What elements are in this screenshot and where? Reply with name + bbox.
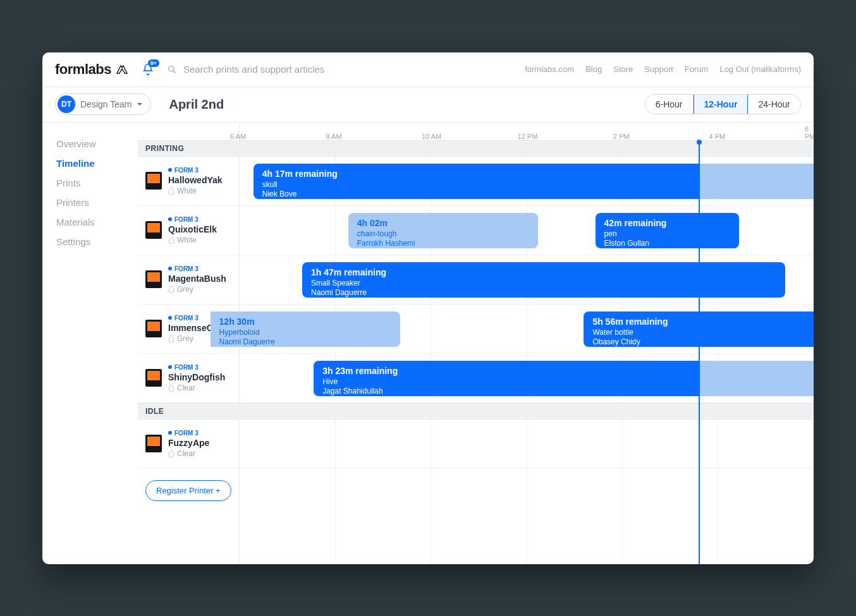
printer-lane: 1h 47m remaining Small Speaker Naomi Dag… [239, 255, 814, 304]
topbar-link[interactable]: formlabs.com [525, 64, 574, 74]
time-tick: 12 PM [518, 133, 538, 140]
printer-icon [145, 435, 162, 452]
print-block[interactable]: 42m remaining pen Elston Gullan [596, 213, 739, 248]
printer-meta: FORM 3 MagentaBush Grey [168, 265, 226, 294]
hour-range-button[interactable]: 6-Hour [645, 95, 694, 114]
register-printer-button[interactable]: Register Printer + [145, 480, 231, 501]
print-block-title: 3h 23m remaining [322, 366, 690, 376]
logo-text: formlabs [55, 61, 111, 78]
printer-meta: FORM 3 QuixoticElk White [168, 216, 217, 245]
printer-row[interactable]: FORM 3 ShinyDogfish Clear 3h 23m remaini… [138, 354, 814, 403]
status-dot-icon [168, 365, 172, 369]
svg-line-1 [173, 71, 175, 73]
topbar-link[interactable]: Blog [585, 64, 602, 74]
print-block[interactable] [699, 164, 814, 199]
hour-range-button[interactable]: 12-Hour [694, 95, 749, 114]
print-block[interactable]: 1h 47m remaining Small Speaker Naomi Dag… [302, 262, 785, 298]
droplet-icon [168, 384, 174, 392]
printer-lane: 4h 17m remaining skull Niek Bove [239, 157, 814, 205]
printer-material: White [168, 236, 217, 245]
main: OverviewTimelinePrintsPrintersMaterialsS… [42, 123, 814, 564]
printer-cell: FORM 3 HallowedYak White [138, 157, 239, 205]
droplet-icon [168, 187, 174, 195]
printer-meta: FORM 3 HallowedYak White [168, 167, 223, 195]
topbar-link[interactable]: Log Out (malikaforms) [719, 64, 801, 74]
print-block[interactable]: 3h 23m remaining Hive Jagat Shahidullah [314, 361, 699, 396]
printer-name: ShinyDogfish [168, 372, 225, 382]
notification-count: 9+ [148, 59, 159, 68]
print-block[interactable] [699, 361, 814, 396]
team-name: Design Team [80, 99, 131, 109]
print-block[interactable]: 12h 30m Hyperboloid Naomi Daguerre [211, 311, 400, 347]
droplet-icon [168, 450, 174, 457]
printer-icon [145, 221, 162, 239]
sidebar-item-timeline[interactable]: Timeline [56, 154, 137, 173]
sidebar-item-printers[interactable]: Printers [56, 193, 137, 212]
sidebar-item-materials[interactable]: Materials [56, 212, 137, 232]
printer-name: HallowedYak [168, 175, 223, 185]
topbar-link[interactable]: Forum [685, 64, 709, 74]
print-block-file: chain-tough [357, 229, 529, 239]
print-block-title: 4h 17m remaining [262, 169, 690, 179]
print-block-title: 5h 56m remaining [592, 317, 814, 327]
printer-model: FORM 3 [168, 430, 209, 437]
droplet-icon [168, 286, 174, 293]
search-input[interactable] [183, 64, 360, 75]
sidebar-item-prints[interactable]: Prints [56, 173, 137, 193]
sidebar-item-overview[interactable]: Overview [56, 134, 137, 154]
register-row: Register Printer + [138, 469, 814, 513]
printer-icon [145, 172, 162, 190]
print-block-file: Small Speaker [311, 279, 776, 289]
print-block-file: skull [262, 180, 690, 190]
topbar: formlabs 9+ formlabs.comBlogStoreSupport… [42, 52, 814, 87]
printer-row[interactable]: FORM 3 FuzzyApe Clear [138, 420, 814, 469]
printer-cell: FORM 3 MagentaBush Grey [138, 255, 239, 304]
print-block-title: 1h 47m remaining [311, 267, 776, 277]
printer-model: FORM 3 [168, 167, 223, 174]
printer-row[interactable]: FORM 3 HallowedYak White 4h 17m remainin… [138, 157, 814, 206]
printer-meta: FORM 3 ShinyDogfish Clear [168, 364, 225, 392]
print-block-user: Elston Gullan [604, 239, 730, 248]
printer-icon [145, 369, 162, 387]
print-block-user: Farrokh Hashemi [357, 239, 529, 248]
sidebar: OverviewTimelinePrintsPrintersMaterialsS… [42, 123, 137, 564]
status-dot-icon [168, 316, 172, 320]
printer-row[interactable]: FORM 3 QuixoticElk White 4h 02m chain-to… [138, 206, 814, 255]
notification-bell[interactable]: 9+ [140, 62, 156, 77]
timeline-rows: PRINTING FORM 3 HallowedYak White 4h 17m… [138, 140, 814, 564]
printer-icon [145, 320, 162, 337]
printer-model: FORM 3 [168, 364, 225, 371]
printer-lane: 3h 23m remaining Hive Jagat Shahidullah [239, 354, 814, 402]
printer-lane: 12h 30m Hyperboloid Naomi Daguerre 5h 56… [239, 305, 814, 353]
topbar-links: formlabs.comBlogStoreSupportForumLog Out… [525, 64, 801, 74]
printer-icon [145, 270, 162, 288]
topbar-link[interactable]: Support [644, 64, 673, 74]
printer-row[interactable]: FORM 3 ImmenseCalf Grey 12h 30m Hyperbol… [138, 305, 814, 354]
sidebar-item-settings[interactable]: Settings [56, 232, 137, 251]
search-wrap [167, 64, 513, 75]
print-block-user: Naomi Daguerre [311, 288, 776, 297]
status-dot-icon [168, 431, 172, 435]
app-window: formlabs 9+ formlabs.comBlogStoreSupport… [42, 52, 814, 564]
print-block-file: Hive [322, 377, 690, 387]
printer-material: Clear [168, 383, 225, 392]
hour-range-button[interactable]: 24-Hour [748, 95, 800, 114]
printer-cell: FORM 3 FuzzyApe Clear [138, 420, 239, 468]
printer-row[interactable]: FORM 3 MagentaBush Grey 1h 47m remaining… [138, 255, 814, 305]
time-tick: 4 PM [709, 133, 725, 140]
logo[interactable]: formlabs [55, 61, 129, 78]
subheader: DT Design Team April 2nd 6-Hour12-Hour24… [42, 87, 814, 123]
print-block[interactable]: 4h 17m remaining skull Niek Bove [254, 164, 699, 199]
time-tick: 6 PM [805, 125, 814, 140]
search-icon [167, 64, 177, 75]
printer-material: Grey [168, 285, 226, 294]
printer-name: MagentaBush [168, 274, 226, 284]
status-dot-icon [168, 267, 172, 270]
team-selector[interactable]: DT Design Team [55, 94, 151, 115]
printer-model: FORM 3 [168, 265, 226, 272]
printer-name: FuzzyApe [168, 438, 209, 448]
topbar-link[interactable]: Store [613, 64, 633, 74]
time-axis: 6 AM8 AM10 AM12 PM2 PM4 PM6 PM [239, 123, 814, 140]
logo-mark-icon [115, 64, 129, 75]
print-block[interactable]: 4h 02m chain-tough Farrokh Hashemi [348, 213, 538, 248]
